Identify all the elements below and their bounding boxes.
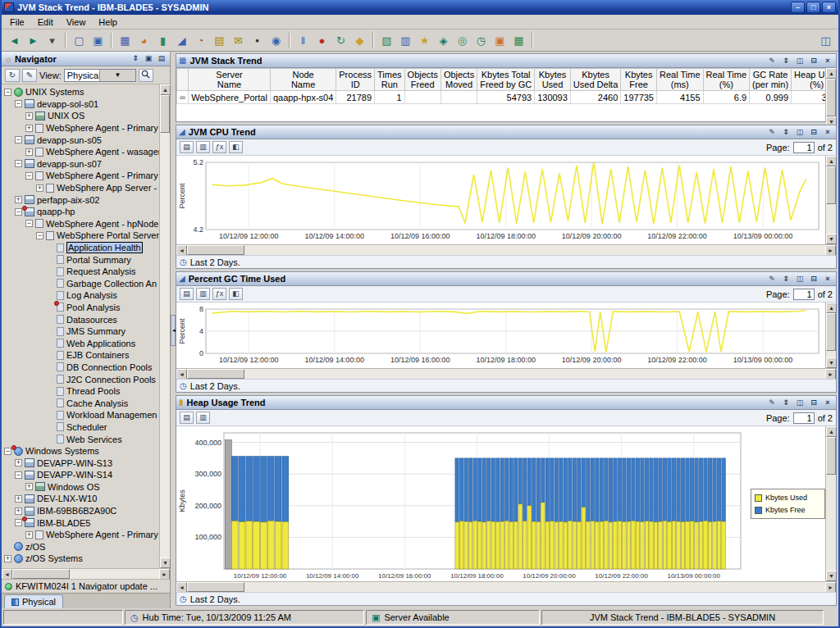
- resize-grip[interactable]: [825, 610, 837, 625]
- column-header-real-time[interactable]: Real Time(%): [703, 69, 750, 91]
- nav-node-websphere-app-server-d[interactable]: +WebSphere App Server - d: [2, 182, 159, 194]
- nav-node-devapp-win-s13[interactable]: +DEVAPP-WIN-S13: [2, 457, 159, 469]
- detach-navigator-icon[interactable]: ⇕: [130, 53, 141, 64]
- scroll-track[interactable]: [826, 204, 836, 234]
- menu-file[interactable]: File: [3, 16, 31, 28]
- nav-node-ejb-containers[interactable]: EJB Containers: [2, 349, 159, 362]
- tree-expander[interactable]: −: [15, 519, 22, 526]
- split-vertical-icon[interactable]: ◫: [794, 398, 806, 408]
- edit-properties-icon[interactable]: ✎: [766, 274, 778, 284]
- scroll-track[interactable]: [244, 245, 825, 255]
- nav-node-web-applications[interactable]: Web Applications: [2, 337, 159, 349]
- scroll-up-button[interactable]: ▲: [826, 426, 837, 437]
- row-link-icon[interactable]: ∞: [177, 91, 189, 104]
- nav-node-db-connection-pools[interactable]: DB Connection Pools: [2, 362, 159, 374]
- manage-tivoli-services-icon[interactable]: ▦: [510, 32, 527, 48]
- close-panel-icon[interactable]: ×: [822, 398, 833, 408]
- gc-chart-hscroll[interactable]: ◄►: [176, 368, 836, 379]
- tree-expander[interactable]: −: [4, 89, 11, 96]
- pause-refresh-icon[interactable]: ‖: [294, 32, 312, 48]
- detach-icon[interactable]: ⇕: [780, 56, 792, 66]
- menu-edit[interactable]: Edit: [31, 16, 60, 28]
- table-view-icon[interactable]: ▦: [116, 32, 134, 48]
- tree-expander[interactable]: +: [25, 112, 33, 120]
- scroll-thumb[interactable]: [187, 582, 244, 592]
- situation-editor-icon[interactable]: ★: [416, 32, 433, 48]
- scroll-track[interactable]: [70, 569, 159, 579]
- nav-node-scheduler[interactable]: Scheduler: [2, 421, 159, 434]
- split-vertical-icon[interactable]: ◫: [794, 274, 806, 284]
- minimize-icon[interactable]: –: [791, 2, 805, 13]
- column-header-objects-freed[interactable]: ObjectsFreed: [404, 69, 441, 91]
- cpu-chart-hscroll[interactable]: ◄►: [176, 244, 836, 255]
- tree-expander[interactable]: +: [15, 196, 22, 203]
- column-header-process-id[interactable]: ProcessID: [336, 69, 375, 91]
- column-header-objects-moved[interactable]: ObjectsMoved: [441, 69, 477, 91]
- close-panel-icon[interactable]: ×: [822, 274, 833, 284]
- nav-node-z-os-systems[interactable]: +z/OS Systems: [2, 553, 159, 565]
- edit-properties-icon[interactable]: ✎: [766, 398, 778, 408]
- nav-node-windows-os[interactable]: +Windows OS: [2, 481, 159, 494]
- user-administration-icon[interactable]: ◎: [454, 32, 471, 48]
- nav-node-websphere-agent-wasagent[interactable]: +WebSphere Agent - wasagent: [2, 146, 159, 158]
- nav-node-devapp-win-s14[interactable]: −DEVAPP-WIN-S14: [2, 469, 159, 481]
- column-header-heap-used[interactable]: Heap Used(%): [792, 69, 825, 91]
- workspace-gallery-icon[interactable]: ▥: [397, 32, 414, 48]
- split-vertical-icon[interactable]: ◫: [794, 56, 806, 66]
- detach-icon[interactable]: ⇕: [780, 398, 792, 408]
- tree-expander[interactable]: +: [15, 459, 22, 466]
- tree-expander[interactable]: −: [4, 448, 11, 455]
- maximize-navigator-icon[interactable]: ▣: [143, 53, 154, 64]
- gauge-view-icon[interactable]: ◔: [192, 32, 209, 48]
- nav-node-cache-analysis[interactable]: Cache Analysis: [2, 397, 159, 409]
- gc-chart-vscroll[interactable]: ▲▼: [825, 303, 836, 368]
- nav-node-websphere-agent-primary[interactable]: +WebSphere Agent - Primary: [2, 122, 159, 134]
- scroll-down-button[interactable]: ▼: [826, 571, 837, 581]
- nav-node-portal-summary[interactable]: Portal Summary: [2, 253, 159, 266]
- scroll-up-button[interactable]: ▲: [826, 303, 837, 313]
- scroll-thumb[interactable]: [12, 569, 70, 579]
- close-panel-icon[interactable]: ×: [822, 127, 833, 138]
- nav-node-windows-systems[interactable]: −Windows Systems: [2, 445, 159, 457]
- browser-view-icon[interactable]: ◉: [267, 32, 285, 48]
- nav-node-jms-summary[interactable]: JMS Summary: [2, 325, 159, 338]
- tree-expander[interactable]: +: [36, 184, 43, 192]
- navigator-hscroll[interactable]: ◄►: [2, 568, 170, 579]
- nav-node-devapp-sun-s07[interactable]: −devapp-sun-s07: [2, 158, 159, 171]
- detach-icon[interactable]: ⇕: [780, 274, 792, 284]
- scroll-thumb[interactable]: [826, 79, 836, 116]
- nav-node-j2c-connection-pools[interactable]: J2C Connection Pools: [2, 373, 159, 385]
- nav-node-perfapp-aix-s02[interactable]: +perfapp-aix-s02: [2, 193, 159, 206]
- search-icon[interactable]: [139, 69, 153, 82]
- show-table-icon[interactable]: ▥: [196, 412, 210, 424]
- menu-view[interactable]: View: [60, 16, 93, 28]
- new-window-icon[interactable]: ▢: [71, 32, 88, 48]
- scroll-thumb[interactable]: [187, 245, 244, 255]
- tree-expander[interactable]: −: [15, 136, 22, 143]
- tree-expander[interactable]: −: [25, 172, 33, 180]
- scroll-track[interactable]: [826, 475, 836, 571]
- nav-node-qaapp-hp[interactable]: −qaapp-hp: [2, 206, 159, 218]
- scroll-up-button[interactable]: ▲: [160, 84, 171, 95]
- nav-node-unix-os[interactable]: +UNIX OS: [2, 110, 159, 122]
- formula-icon[interactable]: ƒx: [212, 141, 226, 153]
- column-header-kbytes-free[interactable]: KbytesFree: [621, 69, 657, 91]
- tree-expander[interactable]: −: [15, 471, 22, 479]
- tree-expander[interactable]: +: [25, 125, 33, 132]
- tree-expander[interactable]: −: [36, 232, 43, 239]
- graphic-view-icon[interactable]: ▧: [378, 32, 395, 48]
- forward-icon[interactable]: ►: [25, 32, 42, 48]
- nav-node-devapp-sol-s01[interactable]: −devapp-sol-s01: [2, 98, 159, 111]
- tab-physical[interactable]: Physical: [4, 594, 63, 608]
- split-horizontal-icon[interactable]: ⊟: [808, 56, 819, 66]
- column-header-real-time-ms[interactable]: Real Time(ms): [657, 69, 704, 91]
- terminal-view-icon[interactable]: ▪: [249, 32, 266, 48]
- history-dropdown-icon[interactable]: ▾: [43, 32, 61, 48]
- nav-node-websphere-agent-hpnode[interactable]: −WebSphere Agent - hpNode: [2, 218, 159, 230]
- scroll-track[interactable]: [244, 582, 825, 592]
- detach-icon[interactable]: ⇕: [780, 127, 792, 138]
- edit-navigator-icon[interactable]: ✎: [22, 69, 37, 82]
- split-vertical-icon[interactable]: ◫: [794, 127, 806, 138]
- nav-node-devapp-sun-s05[interactable]: −devapp-sun-s05: [2, 134, 159, 146]
- nav-node-application-health[interactable]: Application Health: [2, 242, 159, 254]
